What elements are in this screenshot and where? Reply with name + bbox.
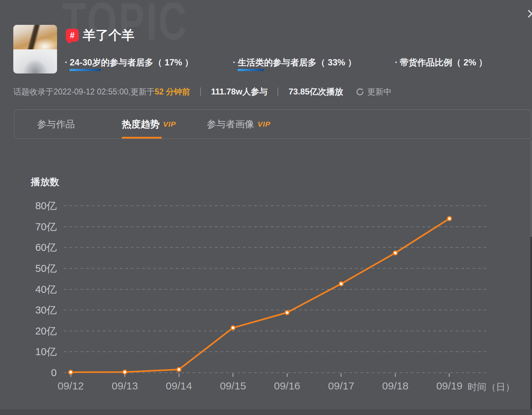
thumbnail-art-bottom	[13, 49, 57, 74]
stat-age-group: ·24-30岁的参与者居多（ 17% ）	[65, 57, 193, 68]
tab-participant-profile[interactable]: 参与者画像 VIP	[207, 110, 271, 139]
tab-participating-works[interactable]: 参与作品	[37, 110, 75, 139]
play-count-line-chart: 播放数 80亿70亿60亿50亿40亿30亿20亿10亿009/1209/130…	[0, 168, 532, 406]
data-point	[231, 326, 235, 330]
stat-ecommerce-ratio: ·带货作品比例（ 2% ）	[395, 57, 487, 68]
data-point	[393, 251, 397, 255]
stat-highlight: 24-30岁	[70, 57, 101, 68]
topic-meta-row: 话题收录于2022-09-12 02:55:00,更新于 52 分钟前 111.…	[13, 86, 391, 97]
vip-badge: VIP	[258, 120, 271, 128]
tab-label: 热度趋势	[122, 118, 160, 131]
line-series	[0, 168, 532, 406]
updating-text: 更新中	[367, 86, 391, 97]
divider	[200, 87, 201, 96]
data-point	[69, 370, 73, 374]
tab-heat-trend[interactable]: 热度趋势 VIP	[122, 110, 176, 139]
topic-thumbnail	[13, 25, 57, 73]
topic-title: 羊了个羊	[83, 27, 134, 44]
bullet-dot: ·	[395, 57, 398, 67]
window-bottom-edge	[0, 409, 532, 415]
updated-ago-text: 52 分钟前	[155, 86, 190, 97]
data-point	[177, 368, 181, 372]
data-point	[339, 282, 343, 286]
bullet-dot: ·	[65, 57, 68, 67]
thumbnail-art-top	[13, 25, 57, 49]
hashtag-icon: #	[66, 29, 79, 42]
divider	[278, 87, 278, 96]
participants-count: 111.78w人参与	[211, 86, 267, 97]
refresh-icon	[356, 87, 364, 96]
stat-text: 的参与者居多（ 17% ）	[101, 57, 193, 67]
tab-label: 参与作品	[37, 118, 75, 131]
data-point	[285, 311, 289, 315]
tab-bar: 参与作品 热度趋势 VIP 参与者画像 VIP	[14, 110, 531, 139]
close-icon[interactable]: ×	[527, 5, 532, 22]
x-axis-title: 时间（日）	[468, 381, 515, 393]
stat-highlight: 生活类	[238, 57, 264, 68]
bullet-dot: ·	[233, 57, 236, 67]
active-tab-indicator	[122, 137, 162, 139]
tab-label: 参与者画像	[207, 118, 254, 131]
stat-category: ·生活类的参与者居多（ 33% ）	[233, 57, 356, 68]
topic-analytics-modal: TOPIC × # 羊了个羊 ·24-30岁的参与者居多（ 17% ） ·生活类…	[0, 0, 532, 415]
vip-badge: VIP	[163, 120, 176, 128]
collected-time-text: 话题收录于2022-09-12 02:55:00,更新于	[13, 86, 155, 97]
stat-text: 的参与者居多（ 33% ）	[264, 57, 356, 67]
stat-text: 带货作品比例（ 2% ）	[400, 57, 487, 67]
data-point	[123, 370, 127, 374]
data-point	[447, 217, 451, 220]
plays-count: 73.85亿次播放	[288, 86, 343, 97]
